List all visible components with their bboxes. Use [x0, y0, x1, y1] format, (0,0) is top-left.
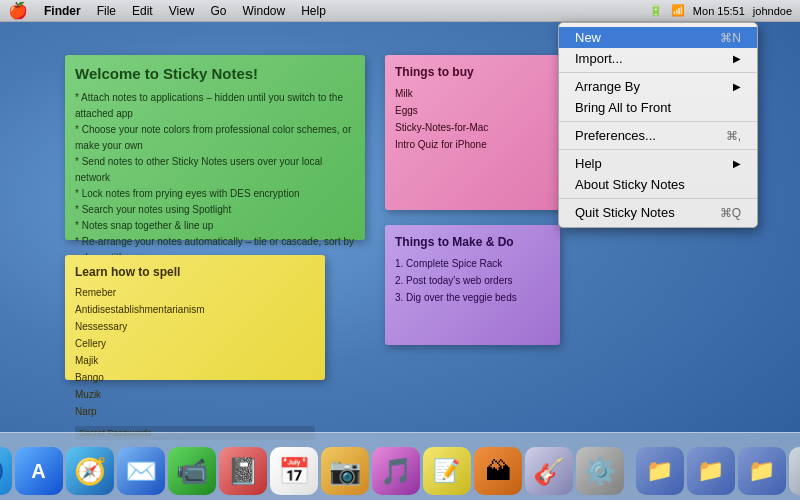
dock-icon-mail[interactable]: ✉️ [117, 447, 165, 495]
buy-note-items: Milk Eggs Sticky-Notes-for-Mac Intro Qui… [395, 85, 550, 153]
spell-note[interactable]: Learn how to spell Remeber Antidisestabl… [65, 255, 325, 380]
dock-icon-photos[interactable]: 🏔 [474, 447, 522, 495]
app-dropdown-menu: New ⌘N Import... ▶ Arrange By ▶ Bring Al… [558, 22, 758, 228]
menubar-help[interactable]: Help [293, 4, 334, 18]
menubar-user: johndoe [753, 5, 792, 17]
menu-item-new-label: New [575, 30, 601, 45]
menu-item-import[interactable]: Import... ▶ [559, 48, 757, 69]
dock-icon-itunes[interactable]: 🎵 [372, 447, 420, 495]
make-note-items: 1. Complete Spice Rack 2. Post today's w… [395, 255, 550, 306]
menu-item-new[interactable]: New ⌘N [559, 27, 757, 48]
menu-item-import-arrow: ▶ [733, 53, 741, 64]
menu-item-preferences-label: Preferences... [575, 128, 656, 143]
menu-item-help[interactable]: Help ▶ [559, 153, 757, 174]
make-note-title: Things to Make & Do [395, 235, 550, 249]
menu-item-about-label: About Sticky Notes [575, 177, 685, 192]
welcome-note-title: Welcome to Sticky Notes! [75, 65, 355, 82]
spell-note-words: Remeber Antidisestablishmentarianism Nes… [75, 284, 315, 420]
menu-item-help-label: Help [575, 156, 602, 171]
menu-item-quit-label: Quit Sticky Notes [575, 205, 675, 220]
dock-icon-folder1[interactable]: 📁 [636, 447, 684, 495]
dock-icon-garageband[interactable]: 🎸 [525, 447, 573, 495]
menu-item-arrange-arrow: ▶ [733, 81, 741, 92]
menu-separator-1 [559, 72, 757, 73]
welcome-note[interactable]: Welcome to Sticky Notes! * Attach notes … [65, 55, 365, 240]
menubar-window[interactable]: Window [235, 4, 294, 18]
menu-item-quit-shortcut: ⌘Q [720, 206, 741, 220]
buy-note-title: Things to buy [395, 65, 550, 79]
dock: 🔵 A 🧭 ✉️ 📹 📓 📅 📷 🎵 📝 🏔 🎸 ⚙️ 📁 📁 📁 🗑 [0, 432, 800, 500]
menubar-right: 🔋 📶 Mon 15:51 johndoe [649, 4, 800, 17]
menubar: 🍎 Finder File Edit View Go Window Help 🔋… [0, 0, 800, 22]
menubar-left: 🍎 Finder File Edit View Go Window Help [0, 1, 649, 20]
menu-item-arrange-label: Arrange By [575, 79, 640, 94]
menubar-wifi-icon: 📶 [671, 4, 685, 17]
dock-icon-safari[interactable]: 🧭 [66, 447, 114, 495]
dock-icon-folder2[interactable]: 📁 [687, 447, 735, 495]
menu-item-bring-front[interactable]: Bring All to Front [559, 97, 757, 118]
dock-icon-facetime[interactable]: 📹 [168, 447, 216, 495]
menu-separator-4 [559, 198, 757, 199]
menubar-time: Mon 15:51 [693, 5, 745, 17]
menubar-battery-icon: 🔋 [649, 4, 663, 17]
dock-icon-appstore[interactable]: A [15, 447, 63, 495]
menubar-file[interactable]: File [89, 4, 124, 18]
dock-icon-trash[interactable]: 🗑 [789, 447, 801, 495]
dock-icon-folder3[interactable]: 📁 [738, 447, 786, 495]
dock-icon-ical[interactable]: 📅 [270, 447, 318, 495]
dock-icon-addressbook[interactable]: 📓 [219, 447, 267, 495]
apple-menu-icon[interactable]: 🍎 [0, 1, 36, 20]
menu-item-preferences[interactable]: Preferences... ⌘, [559, 125, 757, 146]
menu-item-about[interactable]: About Sticky Notes [559, 174, 757, 195]
menubar-edit[interactable]: Edit [124, 4, 161, 18]
menubar-go[interactable]: Go [203, 4, 235, 18]
menu-separator-3 [559, 149, 757, 150]
dock-icon-finder[interactable]: 🔵 [0, 447, 12, 495]
menu-item-arrange[interactable]: Arrange By ▶ [559, 76, 757, 97]
menubar-app-name[interactable]: Finder [36, 4, 89, 18]
menu-item-preferences-shortcut: ⌘, [726, 129, 741, 143]
make-note[interactable]: Things to Make & Do 1. Complete Spice Ra… [385, 225, 560, 345]
menu-item-bring-front-label: Bring All to Front [575, 100, 671, 115]
dock-icon-stickies[interactable]: 📝 [423, 447, 471, 495]
spell-note-title: Learn how to spell [75, 265, 315, 279]
dock-icon-sysprefs[interactable]: ⚙️ [576, 447, 624, 495]
menu-item-import-label: Import... [575, 51, 623, 66]
menu-item-quit[interactable]: Quit Sticky Notes ⌘Q [559, 202, 757, 223]
dock-icon-iphoto[interactable]: 📷 [321, 447, 369, 495]
buy-note[interactable]: Things to buy Milk Eggs Sticky-Notes-for… [385, 55, 560, 210]
desktop: 🍎 Finder File Edit View Go Window Help 🔋… [0, 0, 800, 500]
menubar-view[interactable]: View [161, 4, 203, 18]
menu-item-help-arrow: ▶ [733, 158, 741, 169]
menu-separator-2 [559, 121, 757, 122]
menu-item-new-shortcut: ⌘N [720, 31, 741, 45]
